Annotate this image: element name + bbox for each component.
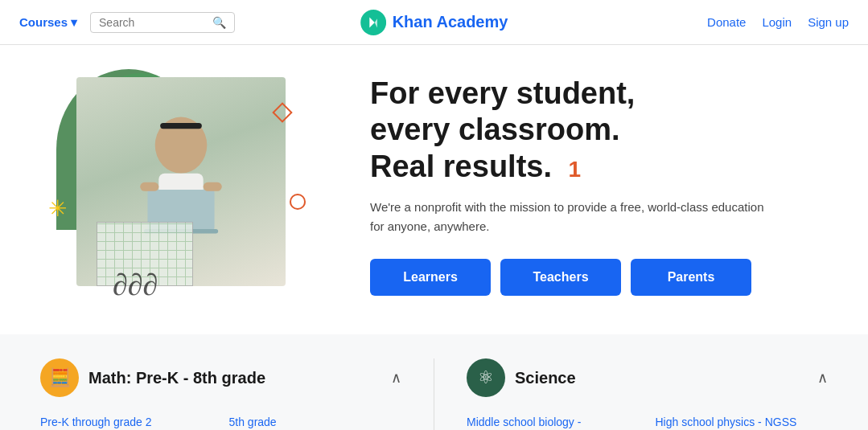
search-icon: 🔍 — [212, 16, 226, 29]
courses-label: Courses — [19, 15, 68, 29]
science-icon-symbol: ⚛ — [478, 367, 494, 388]
science-course-links: Middle school biology -NGSS High school … — [467, 413, 828, 430]
logo-link[interactable]: Khan Academy — [360, 10, 508, 35]
signup-link[interactable]: Sign up — [808, 15, 849, 29]
course-link-ms-bio[interactable]: Middle school biology -NGSS — [467, 413, 640, 430]
hero-subtitle: We're a nonprofit with the mission to pr… — [370, 198, 772, 236]
hero-ring-decoration — [290, 194, 306, 210]
nav-left: Courses ▾ 🔍 — [19, 12, 235, 33]
math-course-title: Math: Pre-K - 8th grade — [88, 369, 265, 387]
hero-star-decoration: ✳ — [48, 198, 67, 220]
search-box: 🔍 — [90, 12, 235, 33]
learners-button[interactable]: Learners — [370, 259, 491, 296]
math-course-col: 🧮 Math: Pre-K - 8th grade ∧ Pre-K throug… — [40, 358, 401, 430]
hero-title: For every student, every classroom. Real… — [370, 76, 772, 186]
course-link-hs-physics[interactable]: High school physics - NGSS — [656, 413, 829, 430]
science-collapse-chevron[interactable]: ∧ — [817, 369, 828, 387]
hero-scribble-decoration: ∂∂∂ — [113, 267, 158, 302]
navbar: Courses ▾ 🔍 Khan Academy Donate Login Si… — [0, 0, 868, 45]
math-header-left: 🧮 Math: Pre-K - 8th grade — [40, 358, 265, 397]
courses-divider — [434, 358, 434, 430]
chevron-down-icon: ▾ — [71, 15, 77, 30]
hero-title-line2: every classroom. — [370, 113, 620, 146]
teachers-button[interactable]: Teachers — [500, 259, 621, 296]
khan-academy-logo-icon — [360, 10, 386, 35]
hero-counter: 1 — [569, 156, 582, 183]
course-link-5th[interactable]: 5th grade — [229, 413, 402, 430]
hero-image-area: ✳ ∂∂∂ — [32, 61, 338, 310]
login-link[interactable]: Login — [762, 15, 792, 29]
math-icon: 🧮 — [40, 358, 79, 397]
math-collapse-chevron[interactable]: ∧ — [391, 369, 401, 387]
math-course-links: Pre-K through grade 2(Khan Kids) 5th gra… — [40, 413, 401, 430]
svg-rect-7 — [204, 182, 222, 191]
search-input[interactable] — [99, 16, 208, 29]
donate-link[interactable]: Donate — [707, 15, 746, 29]
hero-buttons: Learners Teachers Parents — [370, 259, 772, 296]
science-header-left: ⚛ Science — [467, 358, 576, 397]
science-course-header: ⚛ Science ∧ — [467, 358, 828, 397]
courses-section: 🧮 Math: Pre-K - 8th grade ∧ Pre-K throug… — [0, 334, 868, 430]
hero-title-line1: For every student, — [370, 76, 635, 110]
parents-button[interactable]: Parents — [631, 259, 751, 296]
science-icon: ⚛ — [467, 358, 505, 397]
svg-rect-6 — [140, 182, 158, 191]
courses-button[interactable]: Courses ▾ — [19, 15, 77, 30]
course-link-prek2[interactable]: Pre-K through grade 2(Khan Kids) — [40, 413, 213, 430]
science-course-title: Science — [515, 369, 576, 387]
nav-right: Donate Login Sign up — [707, 15, 849, 29]
hero-section: ✳ ∂∂∂ For every student, every classroom… — [0, 45, 868, 334]
science-course-col: ⚛ Science ∧ Middle school biology -NGSS … — [467, 358, 828, 430]
math-icon-symbol: 🧮 — [49, 367, 71, 388]
hero-title-line3: Real results. — [370, 149, 552, 183]
svg-rect-2 — [160, 123, 202, 129]
logo-text: Khan Academy — [393, 13, 508, 31]
hero-text-area: For every student, every classroom. Real… — [338, 76, 772, 297]
math-course-header: 🧮 Math: Pre-K - 8th grade ∧ — [40, 358, 401, 397]
